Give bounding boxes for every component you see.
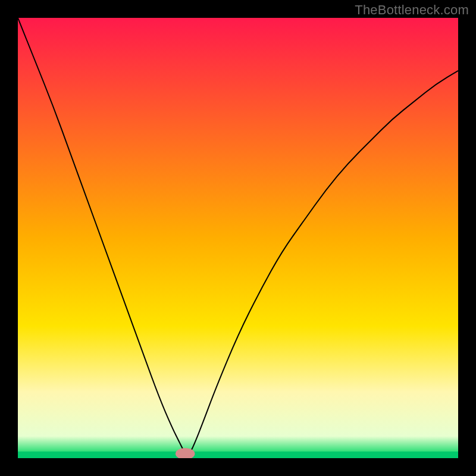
chart-frame: TheBottleneck.com <box>0 0 476 476</box>
chart-canvas <box>18 18 458 458</box>
plot-area <box>18 18 458 458</box>
watermark-text: TheBottleneck.com <box>355 2 469 18</box>
gradient-background <box>18 18 458 458</box>
baseline-band <box>18 452 458 458</box>
